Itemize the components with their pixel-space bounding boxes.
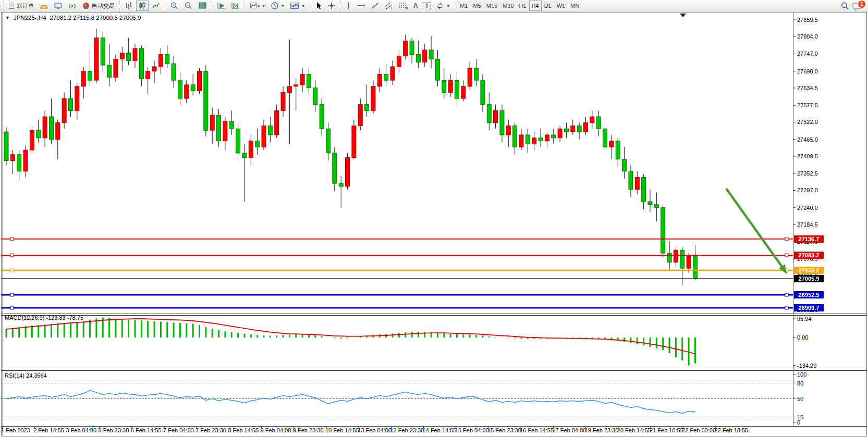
tf-M5[interactable]: M5 — [470, 1, 483, 11]
candlestick-chart-button[interactable] — [136, 1, 149, 11]
notification-badge: 1 — [858, 0, 866, 8]
chart-background — [0, 12, 868, 437]
indicators-button[interactable]: ▼ — [248, 1, 267, 11]
tile-windows-icon — [198, 2, 207, 10]
tf-W1[interactable]: W1 — [554, 1, 568, 11]
market-watch-icon — [54, 2, 63, 10]
gold-ingot-button[interactable] — [37, 1, 51, 11]
candle-body — [513, 126, 517, 147]
ohlc-values: 27081.2 27115.8 27000.5 27005.9 — [50, 15, 141, 21]
fibo-glyph: F — [406, 7, 408, 10]
price-chart-canvas[interactable]: 27859.527804.027747.027690.027634.527577… — [0, 0, 868, 437]
candle-body — [339, 183, 343, 186]
candle-body — [133, 48, 137, 60]
tf-H1[interactable]: H1 — [517, 1, 529, 11]
signal-icon — [68, 2, 77, 10]
tf-H4[interactable]: H4 — [529, 1, 542, 11]
candle-body — [275, 110, 279, 135]
new-order-button[interactable]: 新订单 — [6, 1, 36, 11]
auto-trading-button[interactable]: 自动交易 — [80, 1, 117, 11]
candle-body — [384, 74, 388, 81]
price-axis-label: 26958.0 — [797, 290, 818, 296]
auto-scroll-icon — [217, 2, 226, 10]
auto-scroll-button[interactable] — [215, 1, 228, 11]
candle-body — [448, 80, 453, 92]
zoom-in-button[interactable] — [168, 1, 181, 11]
price-axis-label: 27577.5 — [797, 102, 818, 108]
chart-shift-button[interactable] — [229, 1, 242, 11]
rsi-axis-label: 0 — [797, 419, 800, 426]
line-chart-button[interactable] — [150, 1, 162, 11]
rsi-axis-label: 50 — [797, 396, 803, 402]
price-axis-label: 27859.5 — [797, 17, 818, 23]
tf-D1[interactable]: D1 — [542, 1, 554, 11]
signal-button[interactable] — [66, 1, 79, 11]
horizontal-line-tool[interactable] — [355, 1, 368, 11]
candle-body — [577, 126, 581, 132]
vertical-line-tool[interactable] — [344, 1, 354, 11]
candle-body — [10, 155, 15, 161]
line-handle[interactable] — [10, 254, 14, 257]
market-watch-button[interactable] — [52, 1, 65, 11]
line-chart-icon — [152, 2, 160, 10]
tile-windows-button[interactable] — [196, 1, 209, 11]
line-handle[interactable] — [785, 238, 788, 241]
search-button[interactable] — [838, 1, 852, 11]
separator — [212, 2, 212, 10]
trendline-tool[interactable] — [369, 1, 381, 11]
candle-body — [622, 159, 627, 171]
price-axis-label: 27015.0 — [797, 273, 818, 279]
line-handle[interactable] — [10, 269, 14, 272]
candle-body — [596, 117, 601, 129]
price-axis-label: 27070.5 — [797, 256, 818, 262]
candle-body — [320, 105, 324, 129]
timeframes-menu-button[interactable]: ▼ — [268, 1, 287, 11]
time-axis-label: 9 Feb 04:00 — [261, 427, 291, 433]
chart-dropdown-icon[interactable]: ▼ — [5, 15, 10, 20]
candle-body — [635, 177, 639, 189]
arrows-icon — [436, 2, 444, 10]
arrows-tool[interactable]: ▼ — [434, 1, 452, 11]
time-axis-label: 21 Feb 10:55 — [650, 427, 683, 433]
crosshair-icon — [327, 2, 336, 10]
separator — [455, 2, 455, 10]
notifications-button[interactable]: 1 — [852, 0, 866, 11]
chart-title: ▼ JPN225-,H4 27081.2 27115.8 27000.5 270… — [5, 15, 141, 21]
macd-label: MACD(12,26,9) -123.83 -78.75 — [5, 315, 83, 321]
fibonacci-tool[interactable]: F — [397, 1, 410, 11]
separator — [165, 2, 165, 10]
templates-button[interactable]: ▼ — [288, 1, 307, 11]
bar-chart-button[interactable] — [123, 1, 135, 11]
candle-body — [268, 126, 272, 134]
zoom-out-icon — [184, 2, 193, 10]
time-axis-label: 8 Feb 14:55 — [228, 427, 259, 433]
candle-body — [43, 117, 47, 138]
candle-body — [313, 88, 317, 105]
tf-M1[interactable]: M1 — [457, 1, 470, 11]
tf-M15[interactable]: M15 — [484, 1, 500, 11]
rsi-axis-label: 80 — [797, 380, 803, 386]
candle-body — [435, 59, 439, 80]
candle-body — [487, 105, 491, 123]
price-axis-label: 27409.5 — [797, 153, 818, 159]
tf-MN[interactable]: MN — [568, 1, 582, 11]
channel-tool[interactable]: E — [382, 1, 396, 11]
candle-body — [152, 67, 156, 71]
line-handle[interactable] — [785, 254, 788, 257]
crosshair-button[interactable] — [325, 1, 338, 11]
tf-M30[interactable]: M30 — [500, 1, 516, 11]
text-tool[interactable]: A — [411, 1, 420, 11]
candle-body — [481, 80, 485, 105]
text-label-tool[interactable]: T — [421, 1, 433, 11]
candle-body — [249, 141, 253, 158]
cursor-button[interactable] — [313, 1, 324, 11]
line-handle[interactable] — [785, 293, 788, 296]
zoom-out-button[interactable] — [182, 1, 195, 11]
line-handle[interactable] — [10, 238, 14, 241]
price-axis-label: 27634.5 — [797, 85, 818, 91]
line-handle[interactable] — [10, 293, 14, 296]
candle-body — [17, 155, 21, 171]
line-handle[interactable] — [785, 306, 788, 309]
line-handle[interactable] — [10, 306, 14, 309]
chevron-down-icon: ▼ — [301, 4, 305, 8]
